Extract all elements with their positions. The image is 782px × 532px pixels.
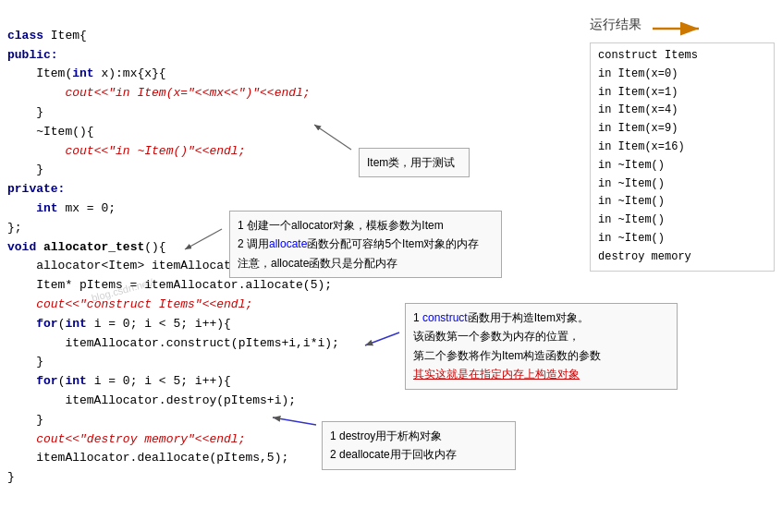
tooltip-allocator-line2: 2 调用allocate函数分配可容纳5个Item对象的内存 <box>238 235 494 253</box>
code-line-19: for(int i = 0; i < 5; i++){ <box>7 374 231 388</box>
code-line-14: Item* pItems = itemAllocator.allocate(5)… <box>7 278 332 292</box>
tooltip-item-class: Item类，用于测试 <box>359 148 470 177</box>
code-line-9: private: <box>7 182 65 196</box>
run-label: 运行结果 <box>590 17 641 33</box>
code-line-8: } <box>7 163 43 176</box>
output-line-12: destroy memory <box>598 248 766 267</box>
tooltip-item-class-text: Item类，用于测试 <box>367 156 455 169</box>
code-line-4: cout<<"in Item(x="<<mx<<")"<<endl; <box>7 86 311 100</box>
tooltip-destroy-line1: 1 destroy用于析构对象 <box>330 427 507 445</box>
right-section: 运行结果 construct Items in Item(x=0) in Ite… <box>590 7 775 525</box>
tooltip-allocator-line3: 注意，allocate函数只是分配内存 <box>238 254 494 272</box>
tooltip-construct-line2: 该函数第一个参数为内存的位置， <box>413 327 669 345</box>
code-line-12: void allocator_test(){ <box>7 240 166 254</box>
code-line-20: itemAllocator.destroy(pItems+i); <box>7 393 296 407</box>
code-line-6: ~Item(){ <box>7 125 94 139</box>
output-line-9: in ~Item() <box>598 193 766 212</box>
code-line-18: } <box>7 355 43 369</box>
output-line-4: in Item(x=4) <box>598 102 766 120</box>
output-line-1: construct Items <box>598 47 766 66</box>
code-line-15: cout<<"construct Items"<<endl; <box>7 297 252 311</box>
output-box: construct Items in Item(x=0) in Item(x=1… <box>590 42 775 272</box>
tooltip-construct: 1 construct函数用于构造Item对象。 该函数第一个参数为内存的位置，… <box>405 303 678 390</box>
tooltip-destroy-line2: 2 deallocate用于回收内存 <box>330 445 507 464</box>
code-line-3: Item(int x):mx{x}{ <box>7 66 166 80</box>
output-line-6: in Item(x=16) <box>598 139 766 157</box>
output-line-5: in Item(x=9) <box>598 120 766 139</box>
code-line-17: itemAllocator.construct(pItems+i,i*i); <box>7 336 339 350</box>
code-line-5: } <box>7 105 43 119</box>
output-line-8: in ~Item() <box>598 175 766 194</box>
arrow-area: 运行结果 <box>590 7 775 39</box>
tooltip-construct-line3: 第二个参数将作为Item构造函数的参数 <box>413 346 669 365</box>
output-line-10: in ~Item() <box>598 212 766 230</box>
tooltip-construct-line4: 其实这就是在指定内存上构造对象 <box>413 365 669 383</box>
code-line-2: public: <box>7 48 58 62</box>
code-line-22: cout<<"destroy memory"<<endl; <box>7 432 245 446</box>
code-line-24: } <box>7 470 15 484</box>
tooltip-construct-line1: 1 construct函数用于构造Item对象。 <box>413 308 669 327</box>
output-line-11: in ~Item() <box>598 230 766 248</box>
output-line-3: in Item(x=1) <box>598 84 766 103</box>
code-line-21: } <box>7 413 43 427</box>
code-line-16: for(int i = 0; i < 5; i++){ <box>7 317 231 331</box>
output-line-2: in Item(x=0) <box>598 66 766 84</box>
main-container: class Item{ public: Item(int x):mx{x}{ c… <box>0 0 782 532</box>
right-arrow-icon <box>651 18 706 39</box>
tooltip-destroy: 1 destroy用于析构对象 2 deallocate用于回收内存 <box>322 421 516 470</box>
code-line-13: allocator<Item> itemAllocator; <box>7 259 252 272</box>
tooltip-allocator-line1: 1 创建一个allocator对象，模板参数为Item <box>238 216 494 235</box>
code-line-11: }; <box>7 221 22 235</box>
tooltip-allocator: 1 创建一个allocator对象，模板参数为Item 2 调用allocate… <box>229 211 502 278</box>
code-line-7: cout<<"in ~Item()"<<endl; <box>7 144 245 158</box>
code-line-1: class Item{ <box>7 29 87 42</box>
output-line-7: in ~Item() <box>598 157 766 175</box>
code-section: class Item{ public: Item(int x):mx{x}{ c… <box>7 7 580 525</box>
code-line-10: int mx = 0; <box>7 201 116 215</box>
code-line-23: itemAllocator.deallocate(pItems,5); <box>7 451 288 465</box>
